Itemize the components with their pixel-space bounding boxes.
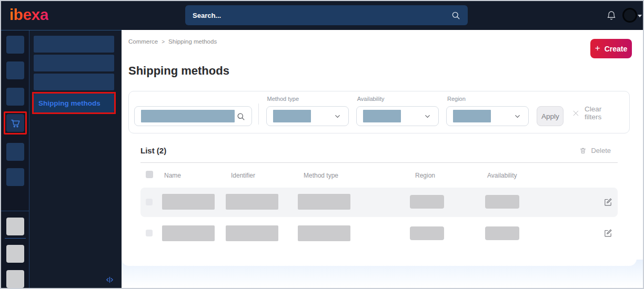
search-icon[interactable]: [236, 112, 245, 121]
filter-availability: Availability: [356, 96, 439, 126]
chevron-down-icon: [424, 112, 431, 120]
clear-filters-label: Clear filters: [585, 105, 620, 121]
filter-bar: Method type Availability: [128, 91, 630, 133]
column-header-name: Name: [164, 172, 181, 179]
rail-divider: [1, 211, 29, 211]
redacted-cell-name: [162, 225, 215, 241]
breadcrumb: Commerce > Shipping methods: [128, 38, 217, 45]
rail-divider: [5, 238, 26, 239]
table-row: [140, 221, 618, 245]
app-window: ibexa Search...: [0, 0, 644, 289]
chevron-down-icon: [334, 112, 341, 120]
panel-item-placeholder[interactable]: [34, 36, 114, 53]
page-title: Shipping methods: [128, 64, 229, 78]
panel-collapse-button[interactable]: [105, 275, 114, 284]
trash-icon: [579, 147, 587, 154]
select-all-checkbox[interactable]: [146, 171, 153, 178]
column-header-method-type: Method type: [304, 172, 338, 179]
region-select[interactable]: [446, 106, 529, 126]
rail-item-placeholder[interactable]: [6, 88, 24, 106]
clear-filters-button[interactable]: Clear filters: [572, 105, 620, 121]
global-search-placeholder: Search...: [193, 12, 451, 19]
create-button-label: Create: [605, 45, 628, 53]
breadcrumb-shipping-methods[interactable]: Shipping methods: [168, 38, 217, 45]
redacted-cell-availability: [485, 195, 519, 209]
edit-icon: [603, 229, 612, 238]
column-header-availability: Availability: [487, 172, 517, 179]
chevron-down-icon: [514, 112, 521, 120]
create-button[interactable]: + Create: [590, 39, 632, 58]
global-search-input[interactable]: Search...: [185, 5, 468, 25]
filter-label: Method type: [267, 96, 349, 102]
redacted-cell-region: [410, 226, 444, 240]
table-header: Name Identifier Method type Region Avail…: [140, 171, 618, 181]
column-header-identifier: Identifier: [231, 172, 255, 179]
filter-label: Region: [447, 96, 529, 102]
filter-divider: [258, 104, 259, 125]
rail-item-placeholder[interactable]: [6, 218, 24, 235]
rail-item-placeholder[interactable]: [6, 61, 24, 79]
redacted-select-value: [363, 110, 401, 122]
main-area: Commerce > Shipping methods + Create Shi…: [122, 30, 643, 288]
plus-icon: +: [595, 44, 600, 53]
row-checkbox[interactable]: [146, 199, 153, 205]
delete-button[interactable]: Delete: [579, 147, 611, 154]
redacted-cell-region: [410, 195, 444, 209]
rail-item-placeholder[interactable]: [6, 36, 24, 54]
edit-icon: [603, 198, 612, 207]
row-checkbox[interactable]: [146, 230, 153, 236]
rail-item-placeholder[interactable]: [6, 245, 24, 263]
bell-icon: [606, 10, 617, 21]
redacted-cell-method-type: [298, 225, 350, 241]
list-divider: [140, 162, 618, 163]
column-header-region: Region: [415, 172, 435, 179]
list-title: List (2): [140, 146, 166, 155]
redacted-search-value: [141, 110, 235, 122]
rail-item-commerce[interactable]: [6, 114, 24, 132]
side-panel: Shipping methods: [29, 30, 122, 288]
edit-row-button[interactable]: [603, 229, 612, 238]
notifications-button[interactable]: [606, 10, 617, 21]
rail-item-placeholder[interactable]: [6, 143, 24, 161]
collapse-icon: [105, 275, 114, 284]
redacted-cell-name: [162, 194, 215, 210]
filter-search-input[interactable]: [134, 106, 252, 126]
filter-label: Availability: [357, 96, 439, 102]
content-card: Commerce > Shipping methods + Create Shi…: [122, 30, 637, 266]
availability-select[interactable]: [356, 106, 439, 126]
panel-item-placeholder[interactable]: [34, 55, 114, 71]
table-row: [140, 188, 618, 217]
user-avatar[interactable]: [622, 8, 637, 23]
rail-item-placeholder[interactable]: [6, 168, 24, 186]
rail-item-placeholder[interactable]: [6, 270, 24, 288]
x-icon: [572, 109, 580, 117]
breadcrumb-commerce[interactable]: Commerce: [128, 38, 158, 45]
active-panel-highlight: Shipping methods: [32, 92, 116, 114]
active-rail-highlight: [4, 111, 27, 135]
redacted-cell-method-type: [298, 194, 350, 210]
breadcrumb-separator: >: [162, 39, 165, 45]
ibexa-logo[interactable]: ibexa: [9, 6, 48, 24]
redacted-cell-availability: [485, 226, 519, 240]
redacted-cell-identifier: [226, 225, 278, 241]
apply-button[interactable]: Apply: [537, 106, 564, 126]
icon-rail: [1, 30, 29, 288]
redacted-cell-identifier: [226, 194, 278, 210]
caret-down-icon[interactable]: [638, 15, 642, 17]
shopping-cart-icon: [9, 117, 21, 129]
method-type-select[interactable]: [266, 106, 349, 126]
filter-region: Region: [446, 96, 529, 126]
redacted-select-value: [273, 110, 311, 122]
topbar: ibexa Search...: [1, 1, 643, 30]
edit-row-button[interactable]: [603, 198, 612, 207]
panel-item-placeholder[interactable]: [34, 74, 114, 90]
app-body: Shipping methods Commerce > Shipping met…: [1, 30, 643, 288]
sidebar: Shipping methods: [1, 30, 122, 288]
filter-method-type: Method type: [266, 96, 349, 126]
redacted-select-value: [453, 110, 491, 122]
panel-item-shipping-methods[interactable]: Shipping methods: [34, 94, 114, 112]
delete-button-label: Delete: [591, 147, 611, 154]
search-icon: [451, 11, 460, 20]
